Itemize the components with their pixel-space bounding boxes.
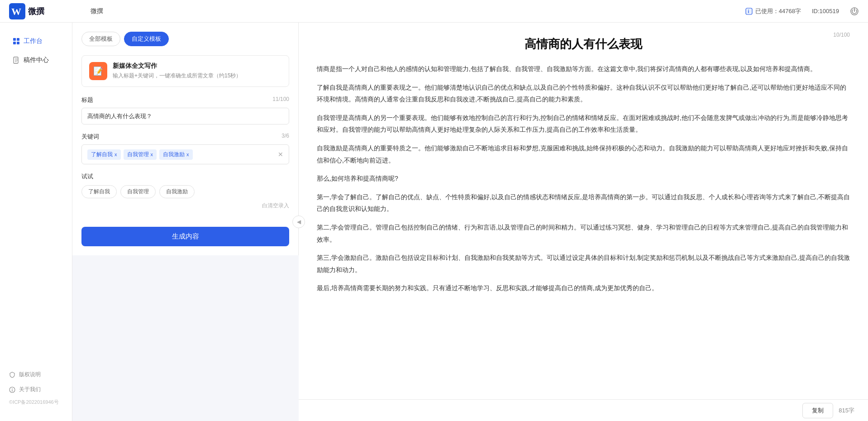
template-card-title: 新媒体全文写作 <box>113 62 241 70</box>
article-paragraph-1: 了解自我是高情商人的重要表现之一。他们能够清楚地认识自己的优点和缺点,以及自己的… <box>317 81 850 105</box>
keyword-text-3: 自我激励 <box>163 151 185 158</box>
keywords-count: 3/6 <box>281 133 289 141</box>
suggestion-2[interactable]: 自我管理 <box>120 185 156 198</box>
sidebar-item-copyright[interactable]: 版权说明 <box>0 367 72 382</box>
sidebar-footer: 版权说明 关于我们 ©ICP备2022016946号 <box>0 367 72 412</box>
keywords-section: 关键词 3/6 了解自我 x 自我管理 x 自我激励 <box>81 133 289 164</box>
keyword-tag-1[interactable]: 了解自我 x <box>87 149 121 160</box>
svg-text:W: W <box>11 6 21 17</box>
keywords-box[interactable]: 了解自我 x 自我管理 x 自我激励 x ✕ <box>81 144 289 164</box>
suggestion-3[interactable]: 自我激励 <box>159 185 195 198</box>
topbar-title: 微撰 <box>91 7 103 15</box>
user-id: ID:100519 <box>812 8 839 14</box>
suggestions-list: 了解自我 自我管理 自我激励 <box>81 185 289 198</box>
title-label: 标题 <box>81 96 93 104</box>
title-char-count: 11/100 <box>272 96 289 104</box>
generate-button[interactable]: 生成内容 <box>81 227 289 246</box>
keyword-remove-1[interactable]: x <box>114 152 117 157</box>
sidebar-label-drafts: 稿件中心 <box>24 56 49 64</box>
file-icon <box>13 57 20 64</box>
template-card-desc: 输入标题+关键词，一键准确生成所需文章（约15秒） <box>113 72 241 80</box>
sidebar-item-drafts[interactable]: 稿件中心 <box>4 52 68 69</box>
keywords-clear-btn[interactable]: ✕ <box>278 151 283 158</box>
title-label-row: 标题 11/100 <box>81 96 289 104</box>
tab-custom-templates[interactable]: 自定义模板 <box>124 32 169 46</box>
info-icon: i <box>745 8 753 15</box>
logo: W 微撰 <box>9 3 81 19</box>
article-body: 情商是指一个人对自己和他人的感情的认知和管理能力,包括了解自我、自我管理、自我激… <box>317 63 850 294</box>
sidebar-item-about[interactable]: 关于我们 <box>0 382 72 397</box>
left-panel-wrapper: 全部模板 自定义模板 📝 新媒体全文写作 输入标题+关键词，一键准确生成所需文章… <box>72 23 299 421</box>
article-paragraph-2: 自我管理是高情商人的另一个重要表现。他们能够有效地控制自己的言行和行为,控制自己… <box>317 112 850 136</box>
usage-text: 已使用：44768字 <box>755 7 801 15</box>
left-panel: 全部模板 自定义模板 📝 新媒体全文写作 输入标题+关键词，一键准确生成所需文章… <box>72 23 299 255</box>
article-paragraph-0: 情商是指一个人对自己和他人的感情的认知和管理能力,包括了解自我、自我管理、自我激… <box>317 63 850 75</box>
keyword-text-1: 了解自我 <box>91 151 113 158</box>
keyword-text-2: 自我管理 <box>127 151 149 158</box>
right-bottom-bar: 复制 815字 <box>299 399 868 421</box>
logo-text: 微撰 <box>28 6 44 17</box>
content-area: 全部模板 自定义模板 📝 新媒体全文写作 输入标题+关键词，一键准确生成所需文章… <box>72 23 868 421</box>
svg-rect-9 <box>17 42 19 44</box>
copy-button[interactable]: 复制 <box>802 403 833 418</box>
article-paragraph-3: 自我激励是高情商人的重要特质之一。他们能够激励自己不断地追求目标和梦想,克服困难… <box>317 142 850 166</box>
article-paragraph-5: 第一,学会了解自己。了解自己的优点、缺点、个性特质和偏好,以及自己的情感状态和情… <box>317 191 850 215</box>
suggestions-section: 试试 了解自我 自我管理 自我激励 白清空录入 <box>81 172 289 210</box>
copyright-label: 版权说明 <box>19 371 41 378</box>
info-circle-icon <box>9 387 15 393</box>
article-paragraph-8: 最后,培养高情商需要长期的努力和实践。只有通过不断地学习、反思和实践,才能够提高… <box>317 282 850 294</box>
power-icon[interactable] <box>850 7 859 16</box>
sidebar-label-workspace: 工作台 <box>24 37 43 45</box>
usage-info: i 已使用：44768字 <box>745 7 801 15</box>
svg-rect-7 <box>17 38 19 41</box>
svg-rect-8 <box>13 42 16 44</box>
article-counter: 10/100 <box>833 32 850 38</box>
sidebar-item-workspace[interactable]: 工作台 <box>4 33 68 50</box>
template-card-icon: 📝 <box>89 62 107 80</box>
article-paragraph-6: 第二,学会管理自己。管理自己包括控制自己的情绪、行为和言语,以及管理自己的时间和… <box>317 221 850 245</box>
grid-icon <box>13 38 20 45</box>
collapse-arrow[interactable]: ◀ <box>292 215 305 228</box>
suggestions-label: 试试 <box>81 172 93 181</box>
template-card[interactable]: 📝 新媒体全文写作 输入标题+关键词，一键准确生成所需文章（约15秒） <box>81 55 289 87</box>
topbar-right: i 已使用：44768字 ID:100519 <box>745 7 859 16</box>
svg-rect-6 <box>13 38 16 41</box>
svg-point-15 <box>12 388 13 389</box>
article-paragraph-4: 那么,如何培养和提高情商呢? <box>317 172 850 185</box>
tab-all-templates[interactable]: 全部模板 <box>81 32 120 46</box>
keyword-remove-3[interactable]: x <box>186 152 189 157</box>
right-panel: 10/100 高情商的人有什么表现 情商是指一个人对自己和他人的感情的认知和管理… <box>299 23 868 421</box>
template-tabs: 全部模板 自定义模板 <box>81 32 289 46</box>
shield-icon <box>9 372 15 378</box>
logo-icon: W <box>9 3 25 19</box>
suggestion-1[interactable]: 了解自我 <box>81 185 117 198</box>
title-section: 标题 11/100 <box>81 96 289 124</box>
keyword-tag-3[interactable]: 自我激励 x <box>159 149 193 160</box>
article-paragraph-7: 第三,学会激励自己。激励自己包括设定目标和计划、自我激励和自我奖励等方式。可以通… <box>317 252 850 276</box>
sidebar: 工作台 稿件中心 版权说明 <box>0 23 72 421</box>
topbar: W 微撰 微撰 i 已使用：44768字 ID:100519 <box>0 0 868 23</box>
title-input[interactable] <box>81 108 289 124</box>
keyword-tag-2[interactable]: 自我管理 x <box>124 149 157 160</box>
about-label: 关于我们 <box>19 386 41 393</box>
suggestions-label-row: 试试 <box>81 172 289 181</box>
template-card-info: 新媒体全文写作 输入标题+关键词，一键准确生成所需文章（约15秒） <box>113 62 241 80</box>
clear-hint[interactable]: 白清空录入 <box>81 202 289 210</box>
keywords-label-row: 关键词 3/6 <box>81 133 289 141</box>
article-title: 高情商的人有什么表现 <box>317 36 850 52</box>
svg-text:i: i <box>748 9 749 14</box>
word-count: 815字 <box>839 407 854 415</box>
main-layout: 工作台 稿件中心 版权说明 <box>0 23 868 421</box>
icp-text: ©ICP备2022016946号 <box>0 397 72 407</box>
keyword-remove-2[interactable]: x <box>151 152 153 157</box>
keywords-label: 关键词 <box>81 133 99 141</box>
